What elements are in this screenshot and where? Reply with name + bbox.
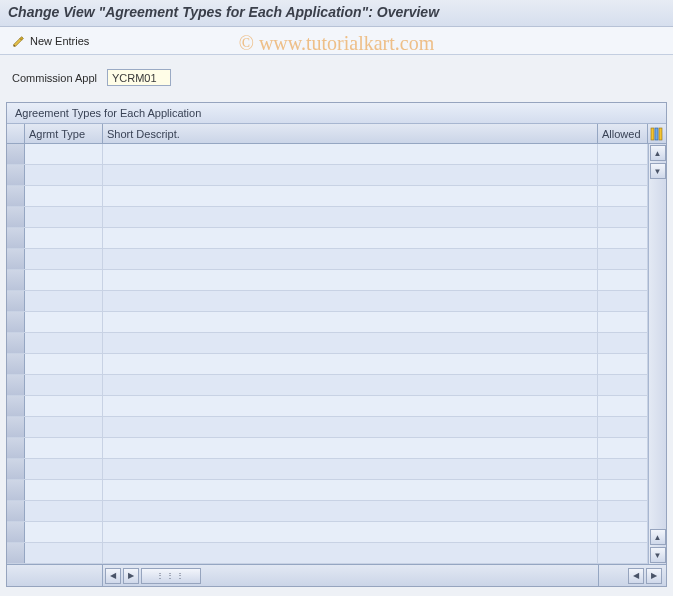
table-row[interactable] [7,207,648,228]
cell-allowed[interactable] [598,501,648,521]
row-selector[interactable] [7,270,25,290]
scroll-down-button[interactable]: ▼ [650,547,666,563]
cell-allowed[interactable] [598,438,648,458]
table-row[interactable] [7,417,648,438]
table-row[interactable] [7,228,648,249]
grid-header-short-descript[interactable]: Short Descript. [103,124,598,143]
table-row[interactable] [7,522,648,543]
scroll-up-button[interactable]: ▲ [650,145,666,161]
cell-allowed[interactable] [598,144,648,164]
cell-allowed[interactable] [598,228,648,248]
row-selector[interactable] [7,207,25,227]
row-selector[interactable] [7,165,25,185]
row-selector[interactable] [7,543,25,563]
table-row[interactable] [7,165,648,186]
row-selector[interactable] [7,333,25,353]
cell-short-descript[interactable] [103,291,598,311]
cell-agrmt-type[interactable] [25,543,103,563]
cell-allowed[interactable] [598,312,648,332]
row-selector[interactable] [7,354,25,374]
table-row[interactable] [7,186,648,207]
table-row[interactable] [7,375,648,396]
scroll-thumb[interactable]: ⋮⋮⋮ [141,568,201,584]
row-selector[interactable] [7,438,25,458]
cell-short-descript[interactable] [103,501,598,521]
cell-short-descript[interactable] [103,270,598,290]
cell-agrmt-type[interactable] [25,291,103,311]
row-selector[interactable] [7,249,25,269]
cell-short-descript[interactable] [103,354,598,374]
cell-agrmt-type[interactable] [25,438,103,458]
row-selector[interactable] [7,312,25,332]
cell-allowed[interactable] [598,459,648,479]
table-row[interactable] [7,291,648,312]
scroll-left-end-button[interactable]: ◀ [628,568,644,584]
cell-allowed[interactable] [598,354,648,374]
row-selector[interactable] [7,501,25,521]
cell-allowed[interactable] [598,207,648,227]
scroll-right-button[interactable]: ▶ [646,568,662,584]
cell-short-descript[interactable] [103,543,598,563]
cell-agrmt-type[interactable] [25,459,103,479]
cell-agrmt-type[interactable] [25,249,103,269]
cell-short-descript[interactable] [103,144,598,164]
cell-short-descript[interactable] [103,312,598,332]
cell-allowed[interactable] [598,543,648,563]
cell-agrmt-type[interactable] [25,417,103,437]
cell-agrmt-type[interactable] [25,480,103,500]
grid-header-agrmt-type[interactable]: Agrmt Type [25,124,103,143]
row-selector[interactable] [7,459,25,479]
cell-short-descript[interactable] [103,417,598,437]
table-row[interactable] [7,543,648,564]
cell-agrmt-type[interactable] [25,186,103,206]
cell-allowed[interactable] [598,270,648,290]
row-selector[interactable] [7,522,25,542]
row-selector[interactable] [7,144,25,164]
table-row[interactable] [7,396,648,417]
scroll-right-step-button[interactable]: ▶ [123,568,139,584]
scroll-left-button[interactable]: ◀ [105,568,121,584]
cell-short-descript[interactable] [103,165,598,185]
cell-agrmt-type[interactable] [25,207,103,227]
cell-agrmt-type[interactable] [25,312,103,332]
scroll-up-step-button[interactable]: ▲ [650,529,666,545]
table-row[interactable] [7,249,648,270]
row-selector[interactable] [7,396,25,416]
cell-allowed[interactable] [598,375,648,395]
table-row[interactable] [7,354,648,375]
cell-agrmt-type[interactable] [25,354,103,374]
grid-settings-button[interactable] [648,124,666,143]
cell-agrmt-type[interactable] [25,396,103,416]
table-row[interactable] [7,312,648,333]
cell-agrmt-type[interactable] [25,501,103,521]
cell-allowed[interactable] [598,165,648,185]
cell-agrmt-type[interactable] [25,144,103,164]
cell-agrmt-type[interactable] [25,270,103,290]
table-row[interactable] [7,333,648,354]
row-selector[interactable] [7,375,25,395]
table-row[interactable] [7,459,648,480]
cell-short-descript[interactable] [103,522,598,542]
cell-agrmt-type[interactable] [25,165,103,185]
cell-allowed[interactable] [598,522,648,542]
scroll-down-step-button[interactable]: ▼ [650,163,666,179]
row-selector[interactable] [7,228,25,248]
cell-agrmt-type[interactable] [25,333,103,353]
new-entries-button[interactable]: New Entries [8,32,93,50]
horizontal-scrollbar[interactable]: ◀ ▶ ⋮⋮⋮ [103,568,598,584]
cell-short-descript[interactable] [103,228,598,248]
cell-short-descript[interactable] [103,438,598,458]
grid-header-allowed[interactable]: Allowed [598,124,648,143]
row-selector[interactable] [7,480,25,500]
table-row[interactable] [7,270,648,291]
cell-agrmt-type[interactable] [25,375,103,395]
vertical-scrollbar[interactable]: ▲ ▼ ▲ ▼ [648,144,666,564]
cell-short-descript[interactable] [103,249,598,269]
cell-short-descript[interactable] [103,480,598,500]
cell-short-descript[interactable] [103,459,598,479]
cell-allowed[interactable] [598,291,648,311]
table-row[interactable] [7,501,648,522]
table-row[interactable] [7,438,648,459]
cell-short-descript[interactable] [103,375,598,395]
cell-agrmt-type[interactable] [25,228,103,248]
